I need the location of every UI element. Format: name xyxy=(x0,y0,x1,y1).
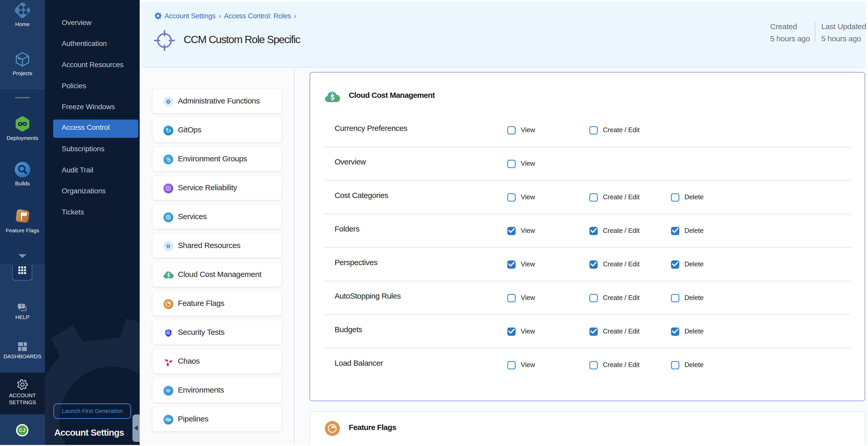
svg-text:?: ? xyxy=(21,304,23,308)
